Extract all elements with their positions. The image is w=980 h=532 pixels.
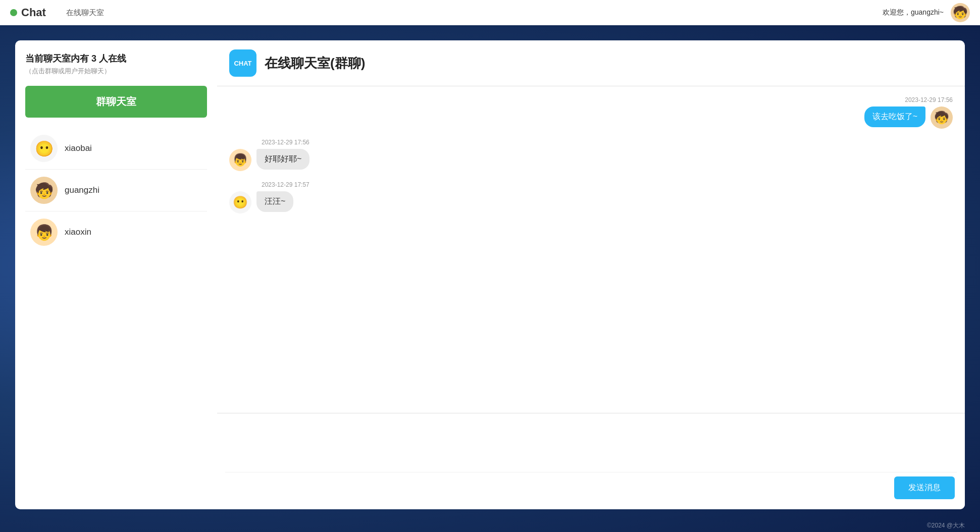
message-row: 👦 好耶好耶~: [229, 149, 310, 171]
avatar-emoji: 🧒: [35, 182, 54, 199]
navbar-subtitle: 在线聊天室: [66, 8, 104, 18]
online-count: 3: [91, 54, 96, 64]
logo: Chat: [10, 6, 46, 19]
avatar: 😶: [229, 191, 251, 214]
sidebar: 当前聊天室内有 3 人在线 （点击群聊或用户开始聊天） 群聊天室 😶 xiaob…: [15, 40, 217, 509]
avatar-emoji: 😶: [233, 195, 248, 209]
list-item[interactable]: 🧒 guangzhi: [25, 170, 207, 211]
chat-icon-text: CHAT: [234, 60, 251, 67]
avatar-emoji: 😶: [35, 140, 54, 157]
welcome-text: 欢迎您，guangzhi~: [883, 8, 944, 17]
chat-input-footer: 发送消息: [225, 472, 957, 503]
message-outgoing: 2023-12-29 17:56 该去吃饭了~ 🧒: [229, 96, 953, 129]
logo-dot: [10, 9, 17, 16]
main-container: 当前聊天室内有 3 人在线 （点击群聊或用户开始聊天） 群聊天室 😶 xiaob…: [0, 25, 980, 519]
group-chat-button[interactable]: 群聊天室: [25, 86, 207, 118]
avatar-emoji: 🧒: [934, 111, 949, 125]
message-row: 😶 汪汪~: [229, 191, 293, 214]
message-bubble: 汪汪~: [256, 191, 293, 212]
chat-title: 在线聊天室(群聊): [265, 55, 365, 72]
list-item[interactable]: 😶 xiaobai: [25, 128, 207, 170]
message-time: 2023-12-29 17:57: [262, 181, 310, 188]
footer-text: ©2024 @大木: [927, 522, 965, 529]
navbar-avatar[interactable]: 🧒: [951, 3, 970, 22]
chat-area: CHAT 在线聊天室(群聊) 2023-12-29 17:56 该去吃饭了~ 🧒…: [217, 40, 965, 509]
chat-icon: CHAT: [229, 49, 256, 77]
message-time: 2023-12-29 17:56: [262, 139, 310, 146]
avatar: 🧒: [931, 107, 953, 129]
send-button[interactable]: 发送消息: [894, 476, 955, 499]
avatar: 👦: [30, 219, 58, 246]
logo-text: Chat: [21, 6, 46, 19]
online-suffix: 人在线: [96, 54, 126, 64]
message-input[interactable]: [225, 419, 957, 470]
user-name: xiaoxin: [65, 227, 91, 237]
message-time: 2023-12-29 17:56: [905, 96, 953, 103]
navbar-right: 欢迎您，guangzhi~ 🧒: [883, 3, 970, 22]
chat-input-area: 发送消息: [217, 413, 965, 509]
sidebar-hint: （点击群聊或用户开始聊天）: [25, 67, 207, 76]
avatar-emoji: 🧒: [953, 6, 968, 20]
footer: ©2024 @大木: [0, 519, 980, 532]
avatar: 👦: [229, 149, 251, 171]
user-name: xiaobai: [65, 143, 92, 153]
list-item[interactable]: 👦 xiaoxin: [25, 211, 207, 253]
sidebar-online-title: 当前聊天室内有 3 人在线: [25, 52, 207, 65]
user-list: 😶 xiaobai 🧒 guangzhi 👦 xiaoxin: [25, 128, 207, 253]
message-row: 该去吃饭了~ 🧒: [864, 107, 953, 129]
chat-messages: 2023-12-29 17:56 该去吃饭了~ 🧒 2023-12-29 17:…: [217, 86, 965, 413]
avatar: 😶: [30, 135, 58, 162]
avatar: 🧒: [30, 177, 58, 204]
user-name: guangzhi: [65, 185, 99, 195]
avatar-emoji: 👦: [233, 153, 248, 167]
navbar: Chat 在线聊天室 欢迎您，guangzhi~ 🧒: [0, 0, 980, 25]
chat-header: CHAT 在线聊天室(群聊): [217, 40, 965, 86]
message-bubble: 该去吃饭了~: [864, 107, 925, 127]
message-incoming: 2023-12-29 17:57 😶 汪汪~: [229, 181, 953, 214]
avatar-emoji: 👦: [35, 224, 54, 241]
message-incoming: 2023-12-29 17:56 👦 好耶好耶~: [229, 139, 953, 171]
message-bubble: 好耶好耶~: [256, 149, 310, 170]
online-prefix: 当前聊天室内有: [25, 54, 91, 64]
